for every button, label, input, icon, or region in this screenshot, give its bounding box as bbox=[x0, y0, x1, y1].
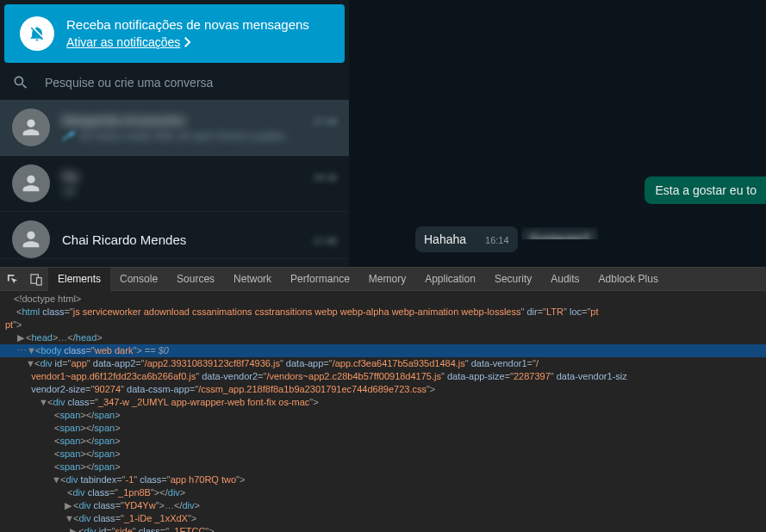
dom-line[interactable]: pt"> bbox=[0, 319, 766, 331]
dom-line[interactable]: ▼<div id="app" data-app2="/app2.39310839… bbox=[0, 357, 766, 370]
message-incoming[interactable]: Gostaram? bbox=[521, 227, 598, 251]
chat-preview: Ok bbox=[62, 185, 77, 198]
notification-title: Receba notificações de novas mensagens bbox=[66, 17, 309, 32]
tab-memory[interactable]: Memory bbox=[359, 268, 415, 291]
enable-notifications-link[interactable]: Ativar as notificações bbox=[66, 35, 191, 49]
search-input[interactable] bbox=[45, 76, 337, 90]
chat-item[interactable]: Margarida Amarantes 17:34 ok estou muito… bbox=[0, 100, 349, 156]
chat-time: 17:40 bbox=[313, 236, 337, 246]
dom-line[interactable]: vendor2-size="90274" data-cssm-app="/css… bbox=[0, 383, 766, 396]
message-time: 16:14 bbox=[485, 235, 509, 245]
chevron-right-icon bbox=[184, 37, 191, 47]
search-row bbox=[0, 65, 349, 100]
dom-line-selected[interactable]: ⋯▼<body class="web dark"> == $0 bbox=[0, 344, 766, 357]
svg-rect-1 bbox=[36, 277, 41, 284]
dom-line[interactable]: <span></span> bbox=[0, 409, 766, 422]
tab-application[interactable]: Application bbox=[415, 268, 485, 291]
dom-tree[interactable]: <!doctype html> <html class="js servicew… bbox=[0, 291, 766, 532]
tab-audits[interactable]: Audits bbox=[541, 268, 589, 291]
dom-line[interactable]: <html class="js serviceworker adownload … bbox=[0, 306, 766, 319]
devtools-tabbar: Elements Console Sources Network Perform… bbox=[0, 268, 766, 291]
dom-line[interactable]: <div class="_1pn8B"></div> bbox=[0, 486, 766, 499]
tab-performance[interactable]: Performance bbox=[281, 268, 359, 291]
avatar bbox=[12, 164, 50, 202]
avatar bbox=[12, 220, 50, 258]
dom-line[interactable]: ▼<div class="_347-w _2UMYL app-wrapper-w… bbox=[0, 396, 766, 409]
inspect-icon[interactable] bbox=[0, 268, 24, 290]
tab-console[interactable]: Console bbox=[110, 268, 167, 291]
tab-adblock[interactable]: Adblock Plus bbox=[589, 268, 668, 291]
message-incoming[interactable]: Hahaha 16:14 bbox=[415, 226, 518, 252]
device-toggle-icon[interactable] bbox=[24, 268, 48, 290]
chat-preview: ok estou muito feliz eh que chove a pata… bbox=[79, 129, 292, 142]
dom-line[interactable]: vendor1~app.d6f12fdd23ca6b266af0.js" dat… bbox=[0, 370, 766, 383]
left-pane: Receba notificações de novas mensagens A… bbox=[0, 0, 349, 267]
tab-security[interactable]: Security bbox=[485, 268, 541, 291]
chat-name: Chai Ricardo Mendes bbox=[62, 232, 186, 247]
dom-line[interactable]: <span></span> bbox=[0, 461, 766, 473]
search-icon[interactable] bbox=[12, 74, 29, 91]
dom-line[interactable]: ▶<div id="side" class="_1ETCC"> bbox=[0, 525, 766, 532]
message-outgoing[interactable]: Esta a gostar eu to bbox=[645, 176, 766, 204]
dom-line[interactable]: ▶<head>…</head> bbox=[0, 331, 766, 344]
chat-item[interactable]: Chai Ricardo Mendes 17:40 bbox=[0, 212, 349, 259]
dom-line[interactable]: ▼<div class="_1-iDe _1xXdX"> bbox=[0, 512, 766, 525]
dom-line[interactable]: <span></span> bbox=[0, 422, 766, 435]
dom-line[interactable]: <span></span> bbox=[0, 435, 766, 448]
dom-line[interactable]: ▼<div tabindex="-1" class="app h70RQ two… bbox=[0, 473, 766, 486]
notification-text: Receba notificações de novas mensagens A… bbox=[66, 17, 309, 50]
chat-item[interactable]: Rp 14:16 Ok bbox=[0, 156, 349, 212]
dom-line[interactable]: <span></span> bbox=[0, 448, 766, 461]
chat-name: Rp bbox=[62, 169, 78, 183]
chat-name: Margarida Amarantes bbox=[62, 113, 185, 127]
bell-slash-icon bbox=[20, 16, 54, 51]
chat-time: 14:16 bbox=[313, 172, 337, 182]
avatar bbox=[12, 108, 50, 146]
double-check-icon bbox=[62, 131, 76, 140]
chat-list: Margarida Amarantes 17:34 ok estou muito… bbox=[0, 100, 349, 267]
devtools-panel: Elements Console Sources Network Perform… bbox=[0, 267, 766, 532]
whatsapp-app: Receba notificações de novas mensagens A… bbox=[0, 0, 766, 267]
chat-time: 17:34 bbox=[313, 116, 337, 127]
message-text: Hahaha bbox=[424, 232, 466, 246]
dom-line[interactable]: ▶<div class="YD4Yw">…</div> bbox=[0, 499, 766, 512]
chat-pane: Esta a gostar eu to Hahaha 16:14 Gostara… bbox=[349, 0, 766, 267]
tab-elements[interactable]: Elements bbox=[48, 268, 110, 291]
notification-banner[interactable]: Receba notificações de novas mensagens A… bbox=[4, 4, 345, 63]
dom-line[interactable]: <!doctype html> bbox=[0, 293, 766, 306]
tab-sources[interactable]: Sources bbox=[167, 268, 224, 291]
tab-network[interactable]: Network bbox=[224, 268, 281, 291]
